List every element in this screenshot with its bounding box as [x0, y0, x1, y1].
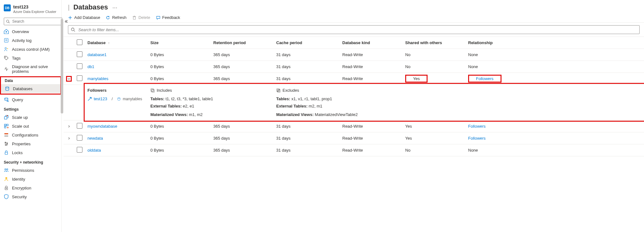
expand-toggle[interactable] [66, 76, 72, 82]
row-checkbox[interactable] [77, 75, 82, 81]
sidebar-item-locks[interactable]: Locks [0, 148, 61, 157]
excludes-mat-views: MaterializedViewTable2 [315, 112, 358, 117]
cell-retention: 365 days [211, 49, 274, 61]
page-title: Databases [73, 3, 108, 11]
svg-point-28 [5, 177, 7, 179]
includes-tables: t1, t2, t3, *3, table1, lable1 [165, 96, 213, 101]
sidebar-item-diagnose[interactable]: Diagnose and solve problems [0, 62, 61, 76]
delete-icon [132, 15, 137, 20]
database-name-link[interactable]: manytables [87, 76, 108, 81]
sidebar-item-access-control[interactable]: Access control (IAM) [0, 45, 61, 54]
cell-shared: Yes [413, 76, 420, 81]
resource-header: DB test123 Azure Data Explorer Cluster [0, 2, 61, 15]
row-checkbox[interactable] [77, 63, 82, 69]
col-header-kind[interactable]: Database kind [340, 37, 403, 49]
sidebar-item-activity-log[interactable]: Activity log [0, 36, 61, 45]
table-row[interactable]: db1 0 Bytes 365 days 31 days Read-Write … [64, 61, 644, 73]
properties-icon [4, 141, 9, 146]
feedback-icon [156, 15, 160, 20]
cell-size: 0 Bytes [148, 144, 211, 156]
row-checkbox[interactable] [77, 51, 82, 57]
sidebar-item-security[interactable]: Security [0, 192, 61, 201]
relationship-link[interactable]: Followers [468, 124, 486, 129]
scale-up-icon [4, 115, 9, 120]
svg-point-8 [5, 57, 6, 57]
table-row[interactable]: manytables 0 Bytes 365 days 31 days Read… [64, 73, 644, 85]
table-row[interactable]: myowndatabase 0 Bytes 365 days 31 days R… [64, 120, 644, 132]
sidebar-item-label: Security [12, 194, 27, 199]
database-name-link[interactable]: db1 [87, 64, 94, 69]
sidebar-item-label: Encryption [12, 186, 31, 190]
sidebar-item-scale-out[interactable]: Scale out [0, 122, 61, 130]
sidebar-item-databases[interactable]: Databases [1, 84, 60, 93]
sidebar-search[interactable] [4, 18, 62, 25]
sidebar-scrollbar[interactable] [61, 19, 63, 113]
follower-cluster-link[interactable]: test123 [94, 96, 107, 101]
excludes-ext-tables: m2, m1 [309, 104, 322, 108]
sidebar-section-data: Data [1, 78, 60, 84]
col-header-size[interactable]: Size [148, 37, 211, 49]
col-header-shared[interactable]: Shared with others [403, 37, 466, 49]
sidebar-item-properties[interactable]: Properties [0, 139, 61, 148]
table-row[interactable]: database1 0 Bytes 365 days 31 days Read-… [64, 49, 644, 61]
configurations-icon [4, 132, 9, 137]
cluster-name: test123 [13, 4, 56, 9]
table-row[interactable]: olddata 0 Bytes 365 days 31 days Read-Wr… [64, 144, 644, 156]
col-header-database[interactable]: Database ↑ [85, 37, 148, 49]
database-name-link[interactable]: newdata [87, 136, 103, 141]
add-database-button[interactable]: Add Database [68, 15, 100, 20]
toolbar-label: Refresh [112, 15, 126, 20]
filter-input[interactable] [78, 27, 637, 32]
expand-toggle[interactable] [66, 136, 72, 141]
cell-shared: No [405, 148, 411, 153]
cell-relationship: None [468, 52, 478, 57]
refresh-button[interactable]: Refresh [106, 15, 126, 20]
database-name-link[interactable]: myowndatabase [87, 124, 117, 129]
sidebar-highlight-box: Data Databases [0, 76, 61, 95]
sidebar-collapse-button[interactable] [64, 18, 68, 25]
table-row[interactable]: newdata 0 Bytes 365 days 31 days Read-Wr… [64, 132, 644, 144]
svg-rect-18 [4, 136, 8, 136]
select-all-checkbox[interactable] [77, 39, 82, 45]
followers-panel-row: test123 / manytables Tables: t1, t2, t3,… [64, 95, 644, 102]
relationship-link[interactable]: Followers [476, 76, 494, 81]
cell-shared: Yes [405, 136, 412, 141]
row-checkbox[interactable] [77, 147, 82, 153]
col-header-relationship[interactable]: Relationship [466, 37, 644, 49]
row-checkbox[interactable] [77, 123, 82, 129]
follower-db-label: manytables [123, 97, 142, 101]
sidebar-item-configurations[interactable]: Configurations [0, 130, 61, 139]
page-more-button[interactable]: ⋯ [110, 5, 117, 11]
sidebar-item-query[interactable]: Query [0, 95, 61, 104]
sidebar-item-label: Scale up [12, 115, 28, 120]
cell-shared: No [405, 64, 411, 69]
toolbar-label: Feedback [162, 15, 180, 20]
cell-cache: 31 days [274, 120, 340, 132]
filter-box[interactable] [68, 25, 640, 34]
sidebar-item-label: Databases [13, 86, 32, 91]
sidebar-item-permissions[interactable]: Permissions [0, 166, 61, 175]
main-content: | Databases ⋯ Add Database Refresh Delet… [62, 0, 644, 232]
cell-cache: 31 days [274, 61, 340, 73]
sidebar-item-identity[interactable]: Identity [0, 175, 61, 183]
svg-rect-17 [4, 133, 8, 134]
sidebar-item-tags[interactable]: Tags [0, 54, 61, 62]
row-checkbox[interactable] [77, 135, 82, 141]
col-header-cache[interactable]: Cache period [274, 37, 340, 49]
svg-rect-3 [4, 38, 8, 42]
followers-panel-row: External Tables: e2, e1 External Tables:… [64, 102, 644, 110]
col-header-retention[interactable]: Retention period [211, 37, 274, 49]
database-name-link[interactable]: database1 [87, 52, 107, 57]
excludes-heading: Excludes [276, 88, 641, 93]
svg-point-43 [118, 97, 120, 98]
svg-point-7 [7, 48, 8, 49]
database-name-link[interactable]: olddata [87, 148, 101, 153]
sidebar-search-input[interactable] [12, 19, 60, 24]
feedback-button[interactable]: Feedback [156, 15, 180, 20]
relationship-link[interactable]: Followers [468, 136, 486, 141]
expand-toggle[interactable] [66, 124, 72, 129]
sidebar-item-encryption[interactable]: Encryption [0, 183, 61, 192]
svg-point-10 [5, 98, 8, 99]
sidebar-item-overview[interactable]: Overview [0, 27, 61, 36]
sidebar-item-scale-up[interactable]: Scale up [0, 113, 61, 122]
